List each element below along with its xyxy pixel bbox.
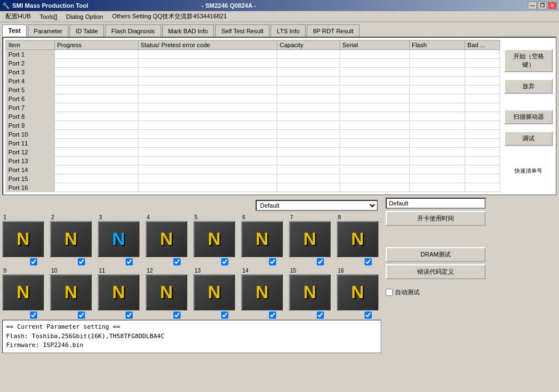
port-item-5: 5N <box>193 214 238 265</box>
table-cell <box>138 121 277 130</box>
table-cell <box>277 103 340 112</box>
tab-flash-diagnosis[interactable]: Flash Diagnosis <box>105 24 161 37</box>
table-cell <box>277 183 340 192</box>
table-cell <box>410 86 465 94</box>
port-icon-4[interactable]: N <box>146 221 187 257</box>
port-icon-13[interactable]: N <box>193 274 235 310</box>
table-cell: Port 14 <box>6 165 55 174</box>
port-icon-7[interactable]: N <box>289 221 331 257</box>
port-item-6: 6N <box>241 214 286 265</box>
tab-mark-bad-info[interactable]: Mark BAD Info <box>162 24 214 37</box>
port-icon-5[interactable]: N <box>193 221 235 257</box>
port-checkbox-7[interactable] <box>317 258 324 265</box>
open-card-time-button[interactable]: 开卡使用时间 <box>386 211 486 226</box>
port-checkbox-16[interactable] <box>365 311 372 319</box>
port-checkbox-6[interactable] <box>269 258 276 265</box>
tab-id-table[interactable]: ID Table <box>69 24 104 37</box>
restore-button[interactable]: ❐ <box>538 2 547 9</box>
table-cell <box>340 50 410 59</box>
bottom-section: Default 1N2N3N4N5N6N7N8N 9N10N11N12N13N1… <box>2 198 557 353</box>
port-icon-1[interactable]: N <box>2 221 44 257</box>
port-icon-8[interactable]: N <box>337 221 378 257</box>
tab-parameter[interactable]: Parameter <box>28 24 68 37</box>
table-cell <box>340 130 410 139</box>
port-checkbox-8[interactable] <box>365 258 372 265</box>
table-cell <box>410 94 465 103</box>
port-item-15: 15N <box>289 268 333 319</box>
tab-8p-rdt-result[interactable]: 8P RDT Result <box>307 24 360 37</box>
port-icon-15[interactable]: N <box>289 274 331 310</box>
error-code-def-button[interactable]: 错误代码定义 <box>386 264 486 279</box>
scan-driver-button[interactable]: 扫描驱动器 <box>504 109 553 124</box>
port-checkbox-5[interactable] <box>221 258 228 265</box>
param-firmware: Firmware: ISP2246.bin <box>6 341 377 350</box>
tab-lts-info[interactable]: LTS Info <box>271 24 306 37</box>
port-icon-11[interactable]: N <box>98 274 139 310</box>
port-checkbox-9[interactable] <box>30 311 37 319</box>
port-icon-2[interactable]: N <box>50 221 92 257</box>
table-cell <box>340 77 410 86</box>
auto-test-checkbox[interactable] <box>386 289 393 296</box>
start-button[interactable]: 开始（空格键） <box>504 49 553 72</box>
tab-test[interactable]: Test <box>2 24 27 37</box>
port-icon-6[interactable]: N <box>241 221 283 257</box>
port-checkbox-11[interactable] <box>126 311 133 319</box>
app-icon: 🔧 <box>2 2 10 9</box>
port-number: 8 <box>337 214 341 220</box>
port-checkbox-2[interactable] <box>78 258 85 265</box>
tab-self-test-result[interactable]: Self Test Result <box>215 24 269 37</box>
table-cell <box>340 148 410 157</box>
port-checkbox-10[interactable] <box>78 311 85 319</box>
port-icon-9[interactable]: N <box>2 274 44 310</box>
table-cell <box>54 86 138 94</box>
table-cell <box>465 174 500 183</box>
abandon-button[interactable]: 放弃 <box>504 79 553 94</box>
port-icon-3[interactable]: N <box>98 221 139 257</box>
table-cell: Port 7 <box>6 103 55 112</box>
ports-table: Item Progress Status/ Pretest error code… <box>6 40 500 192</box>
port-icon-14[interactable]: N <box>241 274 283 310</box>
debug-button[interactable]: 调试 <box>504 131 553 146</box>
table-cell <box>410 130 465 139</box>
port-checkbox-12[interactable] <box>173 311 181 319</box>
table-cell <box>340 68 410 77</box>
port-checkbox-4[interactable] <box>173 258 181 265</box>
port-n-letter: N <box>256 282 268 303</box>
menu-tools[interactable]: Tools[] <box>35 12 62 21</box>
minimize-button[interactable]: — <box>528 2 537 9</box>
menu-others-setting[interactable]: Others Setting QQ技术交流群4534416821 <box>108 11 232 22</box>
port-checkbox-1[interactable] <box>30 258 37 265</box>
port-item-3: 3N <box>98 214 142 265</box>
window-controls[interactable]: — ❐ ✕ <box>528 2 557 9</box>
port-number: 13 <box>193 268 201 274</box>
port-checkbox-14[interactable] <box>269 311 276 319</box>
dropdown-row: Default <box>2 200 378 211</box>
port-number: 6 <box>241 214 246 220</box>
port-checkbox-13[interactable] <box>221 311 228 319</box>
default-dropdown[interactable]: Default <box>256 200 378 211</box>
menu-peizhihub[interactable]: 配置HUB <box>1 11 35 22</box>
port-item-12: 12N <box>146 268 190 319</box>
param-info-box: == Current Parameter setting == Flash: T… <box>2 320 381 353</box>
port-item-1: 1N <box>2 214 47 265</box>
port-icon-10[interactable]: N <box>50 274 92 310</box>
table-cell <box>410 157 465 165</box>
port-icon-16[interactable]: N <box>337 274 378 310</box>
port-item-10: 10N <box>50 268 94 319</box>
table-cell <box>410 112 465 121</box>
port-number: 12 <box>146 268 153 274</box>
table-cell: Port 13 <box>6 157 55 165</box>
table-cell <box>277 157 340 165</box>
table-cell <box>54 59 138 68</box>
dram-test-button[interactable]: DRAM测试 <box>386 247 486 262</box>
menu-dialog-option[interactable]: Dialog Option <box>62 12 108 21</box>
close-button[interactable]: ✕ <box>548 2 557 9</box>
port-icon-12[interactable]: N <box>146 274 187 310</box>
port-n-letter: N <box>64 229 77 249</box>
port-item-14: 14N <box>241 268 286 319</box>
table-cell <box>277 174 340 183</box>
port-checkbox-3[interactable] <box>126 258 133 265</box>
port-checkbox-15[interactable] <box>317 311 324 319</box>
port-item-16: 16N <box>337 268 381 319</box>
table-cell <box>54 94 138 103</box>
